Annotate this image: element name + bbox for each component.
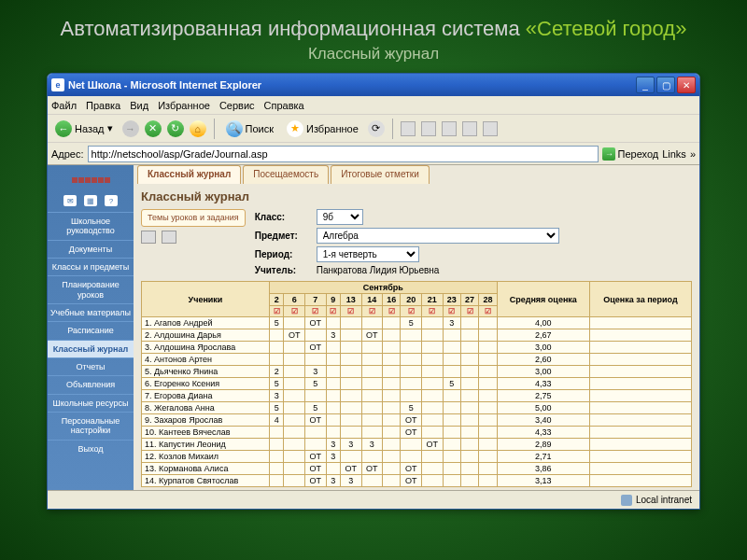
grade-cell[interactable] xyxy=(422,354,444,366)
menu-item[interactable]: Справка xyxy=(264,100,304,111)
grade-cell[interactable] xyxy=(326,342,340,354)
grade-cell[interactable] xyxy=(479,317,497,329)
grade-cell[interactable] xyxy=(305,329,327,342)
grade-cell[interactable]: 3 xyxy=(341,439,362,451)
grade-cell[interactable] xyxy=(361,475,383,487)
grade-cell[interactable]: ОТ xyxy=(401,414,422,427)
grade-cell[interactable] xyxy=(401,378,422,390)
grade-cell[interactable] xyxy=(479,414,497,427)
grade-cell[interactable] xyxy=(284,463,305,475)
home-button[interactable]: ⌂ xyxy=(190,120,206,137)
grade-cell[interactable] xyxy=(460,390,478,402)
grade-cell[interactable] xyxy=(269,463,283,475)
grade-cell[interactable] xyxy=(383,329,401,342)
grade-cell[interactable]: 4 xyxy=(269,414,283,427)
grade-cell[interactable] xyxy=(422,342,444,354)
sidebar-item[interactable]: Школьные ресурсы xyxy=(48,394,134,412)
grade-cell[interactable] xyxy=(284,439,305,451)
class-select[interactable]: 9б xyxy=(317,209,363,225)
period-cell[interactable] xyxy=(590,378,692,390)
grade-cell[interactable]: ОТ xyxy=(305,451,327,463)
grade-cell[interactable] xyxy=(341,317,362,329)
grade-cell[interactable] xyxy=(326,378,340,390)
grade-cell[interactable] xyxy=(361,354,383,366)
grade-cell[interactable] xyxy=(326,317,340,329)
grade-cell[interactable] xyxy=(443,439,460,451)
grade-cell[interactable] xyxy=(383,378,401,390)
grade-cell[interactable]: 5 xyxy=(305,402,327,414)
grade-cell[interactable] xyxy=(361,366,383,378)
back-button[interactable]: ←Назад ▾ xyxy=(51,119,117,139)
sidebar-item[interactable]: Расписание xyxy=(48,321,134,339)
period-cell[interactable] xyxy=(590,402,692,414)
student-cell[interactable]: 11. Капустин Леонид xyxy=(142,439,270,451)
grade-cell[interactable]: 5 xyxy=(269,317,283,329)
grade-cell[interactable] xyxy=(460,427,478,439)
grade-cell[interactable] xyxy=(269,451,283,463)
grade-cell[interactable]: 3 xyxy=(341,475,362,487)
grade-cell[interactable] xyxy=(479,463,497,475)
grade-cell[interactable] xyxy=(284,317,305,329)
grade-cell[interactable] xyxy=(422,451,444,463)
sidebar-item[interactable]: Выход xyxy=(48,440,134,457)
period-cell[interactable] xyxy=(590,366,692,378)
search-button[interactable]: 🔍Поиск xyxy=(222,119,277,139)
grade-cell[interactable] xyxy=(341,414,362,427)
grade-cell[interactable] xyxy=(460,378,478,390)
grade-cell[interactable] xyxy=(269,427,283,439)
grade-cell[interactable]: 5 xyxy=(269,378,283,390)
grade-cell[interactable] xyxy=(401,342,422,354)
grade-cell[interactable] xyxy=(269,342,283,354)
grade-cell[interactable] xyxy=(326,390,340,402)
grade-cell[interactable]: 3 xyxy=(443,317,460,329)
grade-cell[interactable]: ОТ xyxy=(305,317,327,329)
grade-cell[interactable]: ОТ xyxy=(305,475,327,487)
grade-cell[interactable] xyxy=(361,402,383,414)
period-cell[interactable] xyxy=(590,475,692,487)
grade-cell[interactable]: ОТ xyxy=(305,463,327,475)
grade-cell[interactable] xyxy=(460,463,478,475)
grade-cell[interactable] xyxy=(443,354,460,366)
grade-cell[interactable] xyxy=(383,317,401,329)
grade-cell[interactable]: 5 xyxy=(401,317,422,329)
forward-button[interactable]: → xyxy=(122,120,139,137)
discuss-button[interactable] xyxy=(462,121,477,136)
period-cell[interactable] xyxy=(590,451,692,463)
student-cell[interactable]: 2. Алдошина Дарья xyxy=(142,329,270,342)
mail-icon[interactable]: ✉ xyxy=(63,195,77,206)
grade-cell[interactable] xyxy=(422,329,444,342)
grade-cell[interactable] xyxy=(422,317,444,329)
grade-cell[interactable] xyxy=(422,475,444,487)
grade-cell[interactable] xyxy=(383,451,401,463)
grade-cell[interactable] xyxy=(443,414,460,427)
links-label[interactable]: Links xyxy=(662,148,686,160)
grade-cell[interactable] xyxy=(383,354,401,366)
period-cell[interactable] xyxy=(590,463,692,475)
grade-cell[interactable]: 5 xyxy=(443,378,460,390)
grade-cell[interactable] xyxy=(401,354,422,366)
address-input[interactable] xyxy=(88,146,599,162)
grade-cell[interactable] xyxy=(361,378,383,390)
grade-cell[interactable] xyxy=(422,463,444,475)
grade-cell[interactable] xyxy=(479,439,497,451)
grade-cell[interactable]: 5 xyxy=(401,402,422,414)
grade-cell[interactable] xyxy=(460,439,478,451)
grade-cell[interactable] xyxy=(401,451,422,463)
sidebar-item[interactable]: Документы xyxy=(48,240,134,258)
period-cell[interactable] xyxy=(590,354,692,366)
grade-cell[interactable] xyxy=(326,402,340,414)
edit-button[interactable] xyxy=(442,121,457,136)
sidebar-item[interactable]: Персональные настройки xyxy=(48,412,134,440)
period-cell[interactable] xyxy=(590,317,692,329)
grade-cell[interactable] xyxy=(401,329,422,342)
grade-cell[interactable] xyxy=(305,427,327,439)
extra-button[interactable] xyxy=(483,121,498,136)
mail-button[interactable] xyxy=(401,121,416,136)
grade-cell[interactable] xyxy=(479,451,497,463)
grade-cell[interactable] xyxy=(460,354,478,366)
grade-cell[interactable]: ОТ xyxy=(361,329,383,342)
grade-cell[interactable] xyxy=(479,427,497,439)
grade-cell[interactable] xyxy=(443,390,460,402)
grade-cell[interactable] xyxy=(341,342,362,354)
grade-cell[interactable]: ОТ xyxy=(305,342,327,354)
